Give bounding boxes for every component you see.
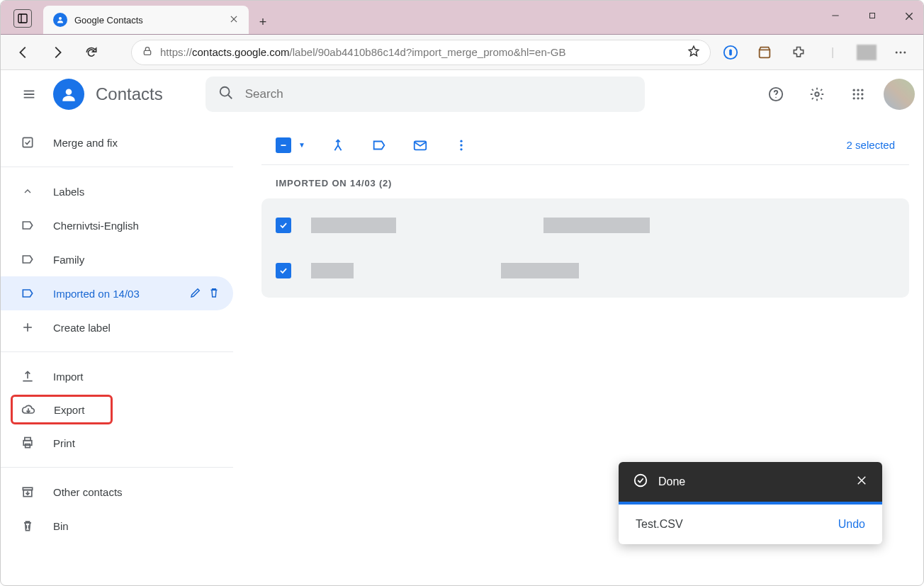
sidebar-labels-header[interactable]: Labels — [1, 174, 233, 208]
more-actions-icon[interactable] — [453, 137, 470, 154]
svg-point-30 — [857, 93, 859, 95]
plus-icon — [19, 320, 36, 334]
svg-point-50 — [460, 144, 462, 146]
close-window-button[interactable] — [901, 11, 918, 24]
favorite-icon[interactable] — [687, 45, 700, 60]
sidebar-other-contacts[interactable]: Other contacts — [1, 475, 233, 509]
row-checkbox[interactable] — [276, 218, 291, 233]
svg-rect-12 — [729, 49, 732, 55]
svg-rect-35 — [23, 137, 32, 147]
sidebar-label-chernivtsi[interactable]: Chernivtsi-English — [1, 208, 233, 242]
svg-rect-41 — [26, 444, 30, 448]
cloud-download-icon — [20, 402, 37, 417]
selection-dropdown-icon[interactable]: ▼ — [298, 141, 305, 149]
sidebar-bin[interactable]: Bin — [1, 509, 233, 543]
svg-point-29 — [853, 93, 855, 95]
svg-point-15 — [900, 51, 902, 53]
toast-filename: Test.CSV — [636, 518, 838, 531]
extension-wallet-icon[interactable]: Off — [750, 38, 779, 67]
svg-point-28 — [861, 89, 863, 91]
browser-menu-button[interactable] — [886, 38, 915, 67]
sidebar-create-label[interactable]: Create label — [1, 310, 233, 344]
google-apps-button[interactable] — [843, 79, 874, 110]
help-button[interactable] — [760, 79, 791, 110]
sidebar-item-label: Export — [54, 404, 98, 416]
svg-point-31 — [861, 93, 863, 95]
sidebar-label-family[interactable]: Family — [1, 242, 233, 276]
forward-button[interactable] — [43, 38, 72, 67]
email-action-icon[interactable] — [412, 137, 429, 154]
svg-point-51 — [460, 148, 462, 150]
svg-line-22 — [227, 94, 232, 98]
lock-icon — [142, 45, 153, 59]
selected-count: 2 selected — [847, 139, 895, 151]
close-toast-icon[interactable] — [855, 474, 868, 490]
browser-app-icon[interactable] — [13, 9, 32, 28]
label-action-icon[interactable] — [371, 137, 388, 154]
svg-point-34 — [861, 97, 863, 99]
svg-point-32 — [853, 97, 855, 99]
label-icon — [19, 252, 36, 266]
list-header: Imported on 14/03 (2) — [261, 165, 909, 198]
action-bar: ▼ 2 selected — [261, 125, 909, 165]
close-tab-icon[interactable] — [229, 14, 239, 26]
refresh-button[interactable] — [77, 38, 106, 67]
svg-point-14 — [896, 51, 898, 53]
account-avatar[interactable] — [884, 79, 915, 110]
svg-point-24 — [775, 96, 776, 97]
back-button[interactable] — [9, 38, 38, 67]
contact-name — [311, 263, 354, 278]
svg-rect-9 — [144, 50, 150, 55]
contacts-favicon-icon — [53, 13, 67, 27]
merge-action-icon[interactable] — [329, 137, 346, 154]
contact-email — [543, 218, 650, 233]
contact-row[interactable] — [261, 203, 909, 248]
chevron-up-icon — [19, 186, 36, 197]
sidebar-item-label: Import — [53, 371, 220, 383]
settings-button[interactable] — [801, 79, 833, 110]
archive-icon — [19, 485, 36, 499]
row-checkbox[interactable] — [276, 263, 291, 278]
svg-point-25 — [815, 92, 819, 96]
contact-row[interactable] — [261, 248, 909, 293]
sidebar-label-imported[interactable]: Imported on 14/03 — [1, 276, 233, 310]
sidebar: Merge and fix Labels Chernivtsi-English … — [1, 70, 233, 586]
svg-point-26 — [853, 89, 855, 91]
extensions-menu-icon[interactable] — [784, 38, 813, 67]
undo-button[interactable]: Undo — [838, 518, 865, 531]
sidebar-item-label: Bin — [53, 520, 220, 532]
sidebar-export[interactable]: Export — [11, 395, 113, 424]
print-icon — [19, 436, 36, 450]
new-tab-button[interactable]: + — [249, 15, 277, 30]
svg-rect-6 — [870, 13, 875, 18]
minimize-window-button[interactable] — [827, 11, 844, 24]
maximize-window-button[interactable] — [864, 11, 881, 24]
browser-tab[interactable]: Google Contacts — [43, 6, 249, 34]
sidebar-merge-fix[interactable]: Merge and fix — [1, 125, 233, 159]
check-circle-icon — [633, 473, 648, 491]
sidebar-item-label: Print — [53, 437, 220, 449]
sidebar-print[interactable]: Print — [1, 426, 233, 460]
app-title: Contacts — [96, 84, 163, 104]
window-titlebar: Google Contacts + — [1, 1, 923, 35]
upload-icon — [19, 369, 36, 383]
svg-point-52 — [635, 475, 647, 487]
edit-label-icon[interactable] — [189, 286, 202, 301]
search-input[interactable] — [245, 87, 632, 101]
sidebar-item-label: Create label — [53, 322, 220, 334]
address-bar[interactable]: https://contacts.google.com/label/90ab44… — [131, 40, 711, 65]
trash-icon — [19, 519, 36, 533]
sidebar-import[interactable]: Import — [1, 359, 233, 393]
select-all-checkbox[interactable] — [276, 137, 291, 153]
extension-1password-icon[interactable] — [716, 38, 745, 67]
sidebar-item-label: Merge and fix — [53, 137, 220, 149]
profile-icon[interactable] — [852, 38, 881, 67]
search-box[interactable] — [205, 77, 645, 112]
main-menu-button[interactable] — [12, 77, 46, 111]
url-text: https://contacts.google.com/label/90ab44… — [160, 46, 680, 58]
delete-label-icon[interactable] — [208, 286, 220, 301]
download-toast: Done Test.CSV Undo — [619, 462, 882, 544]
sidebar-item-label: Chernivtsi-English — [53, 220, 220, 232]
contact-name — [311, 218, 396, 233]
label-icon — [19, 218, 36, 232]
